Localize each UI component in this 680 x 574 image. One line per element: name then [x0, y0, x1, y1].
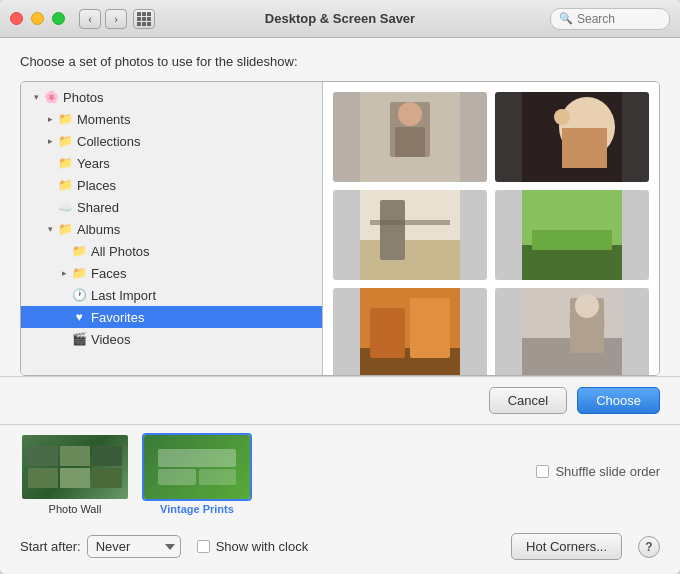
sidebar-item-collections[interactable]: 📁 Collections: [21, 130, 322, 152]
sidebar-item-shared[interactable]: ☁️ Shared: [21, 196, 322, 218]
cancel-button[interactable]: Cancel: [489, 387, 567, 414]
help-button[interactable]: ?: [638, 536, 660, 558]
folder-all-photos-icon: 📁: [71, 243, 87, 259]
main-window: ‹ › Desktop & Screen Saver 🔍 Choose a se…: [0, 0, 680, 574]
disclosure-photos: [29, 90, 43, 104]
photo-thumb-4: [495, 190, 649, 280]
disclosure-all-photos: [57, 244, 71, 258]
moments-label: Moments: [77, 112, 130, 127]
close-button[interactable]: [10, 12, 23, 25]
sidebar-item-photos[interactable]: 🌸 Photos: [21, 86, 322, 108]
svg-point-2: [398, 102, 422, 126]
saver-thumbs: Photo Wall Vintage Prints: [20, 433, 252, 515]
disclosure-faces: [57, 266, 71, 280]
sidebar-item-all-photos[interactable]: 📁 All Photos: [21, 240, 322, 262]
start-after-label: Start after:: [20, 539, 81, 554]
vintage-prints-label: Vintage Prints: [160, 503, 234, 515]
instructions-label: Choose a set of photos to use for the sl…: [20, 54, 660, 69]
clock-icon: 🕐: [71, 287, 87, 303]
start-after-select[interactable]: Never 1 minute 2 minutes 5 minutes 10 mi…: [87, 535, 181, 558]
shuffle-row: Shuffle slide order: [536, 464, 660, 479]
disclosure-shared: [43, 200, 57, 214]
pw-cell-3: [92, 446, 122, 466]
saver-photo-wall-wrap: Photo Wall: [20, 433, 130, 515]
show-clock-label: Show with clock: [216, 539, 308, 554]
forward-button[interactable]: ›: [105, 9, 127, 29]
sidebar-item-last-import[interactable]: 🕐 Last Import: [21, 284, 322, 306]
photo-thumb-1: [333, 92, 487, 182]
show-clock-checkbox[interactable]: [197, 540, 210, 553]
footer: Start after: Never 1 minute 2 minutes 5 …: [0, 525, 680, 574]
disclosure-albums: [43, 222, 57, 236]
saver-vintage-prints[interactable]: [142, 433, 252, 501]
sidebar-item-favorites[interactable]: ♥ Favorites: [21, 306, 322, 328]
titlebar: ‹ › Desktop & Screen Saver 🔍: [0, 0, 680, 38]
nav-buttons: ‹ ›: [79, 9, 127, 29]
svg-rect-12: [370, 220, 450, 225]
disclosure-collections: [43, 134, 57, 148]
years-label: Years: [77, 156, 110, 171]
videos-label: Videos: [91, 332, 131, 347]
photo-thumb-3: [333, 190, 487, 280]
folder-albums-icon: 📁: [57, 221, 73, 237]
sidebar-item-albums[interactable]: 📁 Albums: [21, 218, 322, 240]
svg-rect-21: [370, 308, 405, 358]
sidebar-item-moments[interactable]: 📁 Moments: [21, 108, 322, 130]
maximize-button[interactable]: [52, 12, 65, 25]
saver-photo-wall[interactable]: [20, 433, 130, 501]
chevron-left-icon: ‹: [88, 13, 92, 25]
places-label: Places: [77, 178, 116, 193]
disclosure-moments: [43, 112, 57, 126]
all-photos-label: All Photos: [91, 244, 150, 259]
shuffle-checkbox[interactable]: [536, 465, 549, 478]
last-import-label: Last Import: [91, 288, 156, 303]
pw-cell-6: [92, 468, 122, 488]
shared-label: Shared: [77, 200, 119, 215]
vp-img-2: [158, 469, 196, 485]
disclosure-last-import: [57, 288, 71, 302]
disclosure-years: [43, 156, 57, 170]
disclosure-favorites: [57, 310, 71, 324]
vintage-preview: [144, 435, 250, 499]
search-box[interactable]: 🔍: [550, 8, 670, 30]
faces-label: Faces: [91, 266, 126, 281]
chevron-right-icon: ›: [114, 13, 118, 25]
sidebar-item-years[interactable]: 📁 Years: [21, 152, 322, 174]
grid-menu-button[interactable]: [133, 9, 155, 29]
sidebar-item-videos[interactable]: 🎬 Videos: [21, 328, 322, 350]
pw-cell-5: [60, 468, 90, 488]
photos-label: Photos: [63, 90, 103, 105]
folder-faces-icon: 📁: [71, 265, 87, 281]
search-icon: 🔍: [559, 12, 573, 25]
screensaver-area: Photo Wall Vintage Prints: [0, 424, 680, 525]
favorites-label: Favorites: [91, 310, 144, 325]
svg-rect-3: [395, 127, 425, 157]
back-button[interactable]: ‹: [79, 9, 101, 29]
photos-icon: 🌸: [43, 89, 59, 105]
photo-wall-preview: [22, 435, 128, 499]
vp-img-3: [199, 469, 237, 485]
svg-point-8: [554, 109, 570, 125]
search-input[interactable]: [577, 12, 661, 26]
pw-cell-4: [28, 468, 58, 488]
svg-rect-22: [410, 298, 450, 358]
sidebar[interactable]: 🌸 Photos 📁 Moments 📁 Collections: [21, 82, 323, 375]
minimize-button[interactable]: [31, 12, 44, 25]
disclosure-places: [43, 178, 57, 192]
photo-thumb-2: [495, 92, 649, 182]
main-content: Choose a set of photos to use for the sl…: [0, 38, 680, 376]
hot-corners-button[interactable]: Hot Corners...: [511, 533, 622, 560]
disclosure-videos: [57, 332, 71, 346]
heart-icon: ♥: [71, 309, 87, 325]
folder-moments-icon: 📁: [57, 111, 73, 127]
photo-wall-grid: [24, 442, 126, 492]
sidebar-item-faces[interactable]: 📁 Faces: [21, 262, 322, 284]
photo-thumb-6: [495, 288, 649, 375]
photo-grid: [323, 82, 659, 375]
saver-vintage-wrap: Vintage Prints: [142, 433, 252, 515]
folder-years-icon: 📁: [57, 155, 73, 171]
dialog-bottom-bar: Cancel Choose: [0, 376, 680, 424]
choose-button[interactable]: Choose: [577, 387, 660, 414]
albums-label: Albums: [77, 222, 120, 237]
sidebar-item-places[interactable]: 📁 Places: [21, 174, 322, 196]
